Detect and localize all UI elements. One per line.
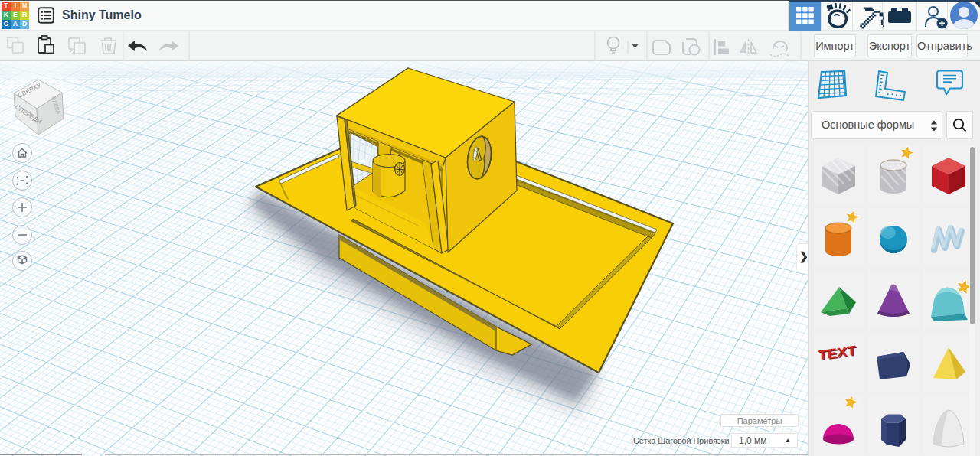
svg-text:TEXT: TEXT — [818, 342, 857, 363]
